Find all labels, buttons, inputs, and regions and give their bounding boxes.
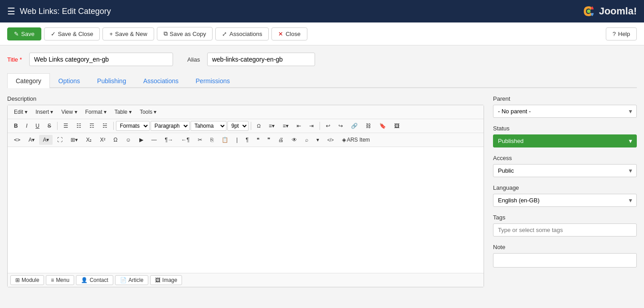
indent-button[interactable]: ⇥ [306, 121, 317, 131]
image-insert-button[interactable]: 🖼 Image [150, 275, 182, 285]
editor-menu-table[interactable]: Table ▾ [111, 107, 135, 117]
special-char-button[interactable]: Ω [110, 135, 121, 145]
cut-button[interactable]: ✂ [194, 135, 206, 145]
unlink-button[interactable]: ⛓ [362, 121, 375, 131]
bullet-list-button[interactable]: ≡▾ [265, 121, 278, 131]
font-color-button[interactable]: A▾ [25, 135, 38, 145]
redo-button[interactable]: ↪ [335, 121, 346, 131]
help-icon: ? [613, 31, 616, 37]
language-label: Language [493, 184, 637, 191]
underline-button[interactable]: U [32, 121, 43, 131]
print-button[interactable]: 🖨 [275, 135, 287, 145]
align-right-button[interactable]: ☶ [86, 121, 98, 131]
link-button[interactable]: 🔗 [347, 121, 361, 131]
tab-permissions[interactable]: Permissions [187, 73, 238, 88]
required-marker: * [20, 56, 22, 63]
save-new-button[interactable]: + Save & New [102, 27, 154, 40]
tab-options[interactable]: Options [50, 73, 89, 88]
tab-associations[interactable]: Associations [135, 73, 187, 88]
associations-button[interactable]: ⤢ Associations [215, 27, 269, 40]
align-center-button[interactable]: ☷ [73, 121, 85, 131]
preview-button[interactable]: 👁 [288, 135, 301, 145]
editor-menu-format[interactable]: Format ▾ [82, 107, 110, 117]
find-button[interactable]: ⌕ [302, 135, 312, 145]
fullscreen-button[interactable]: ⛶ [53, 135, 66, 145]
note-input[interactable] [493, 253, 637, 268]
module-button[interactable]: ⊞ Module [10, 275, 44, 285]
formats-select[interactable]: Formats [116, 121, 150, 131]
title-input[interactable] [29, 53, 173, 66]
media-button[interactable]: ▶ [136, 135, 147, 145]
alias-input[interactable] [207, 53, 315, 66]
blockquote-button[interactable]: ❞ [264, 135, 274, 145]
contact-icon: 👤 [81, 277, 88, 283]
font-select[interactable]: Tahoma [191, 121, 227, 131]
menu-button[interactable]: ≡ Menu [46, 275, 74, 285]
superscript-button[interactable]: X² [97, 135, 109, 145]
size-select[interactable]: 9pt [227, 121, 249, 131]
paste-button[interactable]: 📋 [218, 135, 232, 145]
editor-menu-edit[interactable]: Edit ▾ [10, 107, 31, 117]
copy-button[interactable]: ⎘ [207, 135, 217, 145]
close-icon: ✕ [278, 31, 283, 37]
alias-label: Alias [187, 56, 200, 63]
paragraph-select[interactable]: Paragraph [151, 121, 190, 131]
save-icon: ✎ [14, 31, 19, 37]
tab-category[interactable]: Category [7, 73, 50, 88]
bg-color-button[interactable]: A▾ [39, 135, 53, 145]
numbered-list-button[interactable]: ≡▾ [279, 121, 292, 131]
undo-button[interactable]: ↩ [322, 121, 334, 131]
tab-publishing[interactable]: Publishing [89, 73, 135, 88]
bold-button[interactable]: B [10, 121, 22, 131]
code-button[interactable]: <> [10, 135, 24, 145]
hr-button[interactable]: — [148, 135, 160, 145]
image-button[interactable]: 🖼 [391, 121, 403, 131]
article-button[interactable]: 📄 Article [115, 275, 148, 285]
sep1 [57, 122, 58, 130]
italic-button[interactable]: I [22, 121, 31, 131]
editor-menu-view[interactable]: View ▾ [58, 107, 80, 117]
editor-body[interactable] [8, 147, 484, 273]
article-icon: 📄 [120, 277, 127, 283]
editor-menu-tools[interactable]: Tools ▾ [136, 107, 160, 117]
editor-menu-bar: Edit ▾ Insert ▾ View ▾ Format ▾ Table ▾ … [8, 105, 484, 119]
strikethrough-button[interactable]: S [44, 121, 55, 131]
para2-button[interactable]: ¶ [242, 135, 252, 145]
editor-format-row1: B I U S ☰ ☷ ☶ ☵ Formats Paragraph [8, 119, 484, 133]
status-select[interactable]: Published [493, 134, 637, 147]
word-count-button[interactable]: Ω [253, 121, 264, 130]
para-rtl-button[interactable]: ←¶ [178, 135, 193, 145]
subscript-button[interactable]: X₂ [82, 135, 95, 145]
emoticon-button[interactable]: ☺ [122, 135, 134, 145]
editor-menu-insert[interactable]: Insert ▾ [32, 107, 57, 117]
right-panel: Parent - No parent - ▼ Status Published … [493, 95, 637, 287]
bookmark-button[interactable]: 🔖 [376, 121, 390, 131]
tags-field-group: Tags [493, 214, 637, 237]
module-icon: ⊞ [15, 277, 20, 283]
quote-open-button[interactable]: ❝ [253, 135, 263, 145]
save-copy-button[interactable]: ⧉ Save as Copy [157, 27, 213, 40]
tags-label: Tags [493, 214, 637, 221]
save-button[interactable]: ✎ Save [7, 27, 41, 40]
source-button[interactable]: </> [324, 136, 337, 144]
tags-input[interactable] [493, 223, 637, 237]
contact-button[interactable]: 👤 Contact [76, 275, 113, 285]
close-button[interactable]: ✕ Close [271, 27, 307, 40]
editor-format-row2: <> A▾ A▾ ⛶ ⊞▾ X₂ X² Ω ☺ ▶ — ¶→ ←¶ ✂ ⎘ 📋 [8, 133, 484, 147]
access-select[interactable]: Public [493, 164, 637, 177]
language-select[interactable]: English (en-GB) [493, 194, 637, 207]
align-left-button[interactable]: ☰ [60, 121, 72, 131]
save-close-button[interactable]: ✓ Save & Close [44, 27, 100, 40]
help-button[interactable]: ? Help [606, 27, 637, 40]
toolbar: ✎ Save ✓ Save & Close + Save & New ⧉ Sav… [0, 22, 644, 45]
align-justify-button[interactable]: ☵ [99, 121, 111, 131]
para-ltr-button[interactable]: ¶→ [161, 135, 177, 145]
outdent-button[interactable]: ⇤ [293, 121, 305, 131]
more-button[interactable]: ▾ [313, 135, 323, 145]
ars-item-button[interactable]: ◈ ARS Item [338, 135, 373, 145]
description-label: Description [7, 95, 484, 102]
page-title: Web Links: Edit Category [20, 7, 580, 16]
pipe-button[interactable]: | [233, 135, 241, 145]
table-insert-button[interactable]: ⊞▾ [67, 135, 81, 145]
parent-select[interactable]: - No parent - [493, 105, 637, 118]
